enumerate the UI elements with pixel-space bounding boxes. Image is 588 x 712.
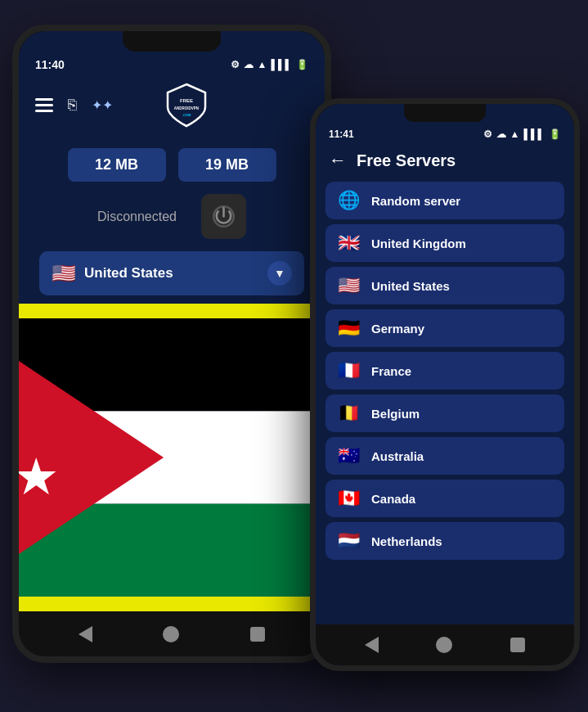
be-server-name: Belgium bbox=[371, 407, 420, 421]
svg-text:FREE: FREE bbox=[179, 98, 192, 103]
fr-server-name: France bbox=[371, 364, 411, 378]
phone2-bottom-nav bbox=[316, 624, 574, 665]
nl-server-name: Netherlands bbox=[371, 534, 442, 548]
power-button[interactable] bbox=[201, 194, 246, 239]
yellow-bar-bottom bbox=[19, 597, 325, 611]
yellow-bar-top bbox=[19, 304, 325, 318]
settings-icon: ⚙ bbox=[231, 59, 240, 70]
phone1-status-icons: ⚙ ☁ ▲ ▌▌▌ 🔋 bbox=[231, 59, 308, 70]
uk-server-name: United Kingdom bbox=[371, 237, 466, 250]
us-server-name: United States bbox=[371, 279, 450, 293]
server-item-fr[interactable]: 🇫🇷 France bbox=[325, 352, 564, 390]
phone2-wifi-icon: ▲ bbox=[510, 128, 520, 140]
free-servers-title: Free Servers bbox=[357, 151, 456, 170]
signal-icon: ▌▌▌ bbox=[271, 59, 292, 70]
cloud-icon: ☁ bbox=[244, 59, 254, 70]
svg-text:.COM: .COM bbox=[182, 113, 191, 117]
phone2-recents-nav[interactable] bbox=[510, 638, 525, 652]
fr-flag: 🇫🇷 bbox=[338, 362, 360, 380]
phone1-notch bbox=[123, 31, 221, 52]
scene: 11:40 ⚙ ☁ ▲ ▌▌▌ 🔋 ⎘ bbox=[0, 0, 588, 712]
phone1-disconnect-row: Disconnected bbox=[19, 190, 325, 247]
phone1: 11:40 ⚙ ☁ ▲ ▌▌▌ 🔋 ⎘ bbox=[12, 25, 331, 663]
app-logo: FREE ANDROIDVPN .COM bbox=[166, 83, 207, 128]
au-server-name: Australia bbox=[371, 449, 424, 463]
nl-flag: 🇳🇱 bbox=[338, 532, 360, 550]
shield-logo: FREE ANDROIDVPN .COM bbox=[166, 83, 207, 128]
server-item-au[interactable]: 🇦🇺 Australia bbox=[325, 437, 564, 475]
share-icon[interactable]: ⎘ bbox=[68, 97, 77, 114]
hamburger-line2 bbox=[35, 104, 53, 106]
back-nav-button[interactable] bbox=[79, 626, 92, 642]
back-button[interactable]: ← bbox=[329, 150, 347, 171]
be-flag: 🇧🇪 bbox=[338, 404, 360, 422]
server-item-random[interactable]: 🌐 Random server bbox=[325, 182, 564, 219]
de-server-name: Germany bbox=[371, 322, 424, 336]
battery-icon: 🔋 bbox=[296, 59, 308, 70]
us-flag: 🇺🇸 bbox=[338, 277, 360, 295]
upload-stat: 12 MB bbox=[68, 148, 166, 182]
random-server-name: Random server bbox=[371, 194, 460, 208]
svg-text:ANDROIDVPN: ANDROIDVPN bbox=[173, 106, 198, 110]
server-item-uk[interactable]: 🇬🇧 United Kingdom bbox=[325, 224, 564, 262]
server-item-ca[interactable]: 🇨🇦 Canada bbox=[325, 480, 564, 517]
phone2-battery-icon: 🔋 bbox=[549, 128, 561, 140]
server-item-nl[interactable]: 🇳🇱 Netherlands bbox=[325, 522, 564, 560]
phone1-top-bar: ⎘ ✦✦ FREE ANDROIDVPN .COM bbox=[19, 74, 325, 136]
phone1-top-icons: ⎘ ✦✦ bbox=[35, 97, 113, 114]
server-item-be[interactable]: 🇧🇪 Belgium bbox=[325, 394, 564, 432]
recents-nav-button[interactable] bbox=[250, 627, 265, 642]
phone2-status-bar: 11:41 ⚙ ☁ ▲ ▌▌▌ 🔋 bbox=[316, 122, 574, 143]
phone2-signal-icon: ▌▌▌ bbox=[523, 128, 545, 140]
country-left: 🇺🇸 United States bbox=[52, 262, 173, 285]
home-nav-button[interactable] bbox=[163, 626, 179, 642]
phone2-header: ← Free Servers bbox=[316, 143, 574, 178]
download-stat: 19 MB bbox=[178, 148, 276, 182]
phone2-cloud-icon: ☁ bbox=[496, 128, 506, 140]
ca-flag: 🇨🇦 bbox=[338, 489, 360, 507]
disconnect-label: Disconnected bbox=[97, 210, 177, 224]
server-item-de[interactable]: 🇩🇪 Germany bbox=[325, 309, 564, 347]
phone2-time: 11:41 bbox=[329, 128, 354, 140]
country-flag: 🇺🇸 bbox=[52, 262, 76, 285]
ca-server-name: Canada bbox=[371, 492, 415, 506]
random-flag: 🌐 bbox=[338, 192, 360, 210]
jordan-flag bbox=[19, 318, 325, 597]
au-flag: 🇦🇺 bbox=[338, 447, 360, 465]
phone2-home-nav[interactable] bbox=[436, 637, 452, 653]
phone1-stats-row: 12 MB 19 MB bbox=[19, 136, 325, 190]
hamburger-line1 bbox=[35, 98, 53, 101]
phone1-status-bar: 11:40 ⚙ ☁ ▲ ▌▌▌ 🔋 bbox=[19, 52, 325, 74]
phone2-notch bbox=[404, 104, 486, 122]
server-list: 🌐 Random server 🇬🇧 United Kingdom 🇺🇸 Uni… bbox=[316, 178, 574, 624]
de-flag: 🇩🇪 bbox=[338, 319, 360, 337]
phone2-status-icons: ⚙ ☁ ▲ ▌▌▌ 🔋 bbox=[483, 128, 561, 140]
uk-flag: 🇬🇧 bbox=[338, 234, 360, 252]
hamburger-line3 bbox=[35, 110, 53, 112]
phone1-bottom-nav bbox=[19, 611, 325, 656]
phone2-settings-icon: ⚙ bbox=[483, 128, 492, 140]
country-name: United States bbox=[84, 265, 173, 282]
phone1-time: 11:40 bbox=[35, 58, 65, 71]
wifi-icon: ▲ bbox=[258, 59, 267, 70]
server-item-us[interactable]: 🇺🇸 United States bbox=[325, 267, 564, 304]
menu-icon[interactable] bbox=[35, 98, 53, 112]
phone2-back-nav[interactable] bbox=[365, 637, 379, 653]
phone2: 11:41 ⚙ ☁ ▲ ▌▌▌ 🔋 ← Free Servers 🌐 Rando bbox=[310, 98, 580, 671]
country-selector[interactable]: 🇺🇸 United States ▼ bbox=[39, 251, 304, 295]
rate-icon[interactable]: ✦✦ bbox=[92, 97, 113, 113]
chevron-down-icon: ▼ bbox=[267, 261, 292, 286]
